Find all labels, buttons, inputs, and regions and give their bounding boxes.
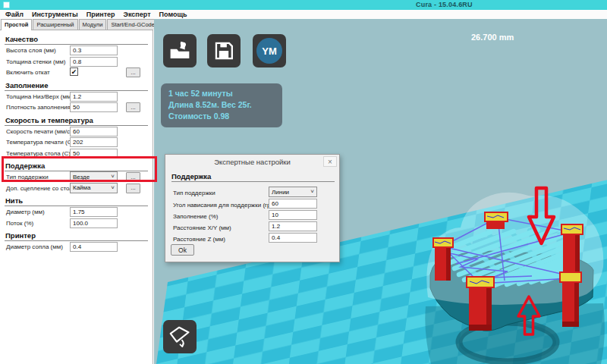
save-icon xyxy=(211,38,237,64)
print-cost: Стоимость 0.98 xyxy=(168,111,275,122)
setting-row: Плотность заполнения (%) ... xyxy=(0,102,153,113)
window-title: Cura - 15.04.6RU xyxy=(416,1,473,8)
adhesion-ellipsis-button[interactable]: ... xyxy=(126,184,140,193)
app-icon xyxy=(3,2,10,8)
setting-row: Угол нависания для поддержки (градусы) xyxy=(165,199,341,210)
setting-row: Включить откат ✔ ... xyxy=(0,67,153,78)
cura-window: Cura - 15.04.6RU Файл Инструменты Принте… xyxy=(0,0,607,364)
print-speed-label: Скорость печати (мм/с) xyxy=(6,127,72,134)
tab-plugins[interactable]: Модули xyxy=(79,19,107,30)
setting-row: Толщина Низ/Верх (мм) xyxy=(0,91,153,102)
layer-height-input[interactable] xyxy=(70,46,118,55)
expert-settings-dialog: Экспертные настройки × Поддержка Тип под… xyxy=(165,154,340,262)
chevron-down-icon: ˅ xyxy=(111,186,115,190)
layer-height-label: Высота слоя (мм) xyxy=(6,47,56,54)
dimension-label: 26.700 mm xyxy=(471,33,514,42)
section-speed-temp: Скорость и температура xyxy=(5,116,148,126)
load-model-button[interactable] xyxy=(163,34,197,67)
dlg-support-type-select[interactable]: Линии ˅ xyxy=(269,187,317,197)
print-temperature-input[interactable] xyxy=(70,137,118,147)
distance-xy-input[interactable] xyxy=(269,221,317,231)
setting-row: Диаметр сопла (мм) xyxy=(0,241,153,253)
setting-row: Скорость печати (мм/с) xyxy=(0,126,153,137)
combo-value: Кайма xyxy=(73,184,91,191)
retraction-ellipsis-button[interactable]: ... xyxy=(126,67,140,77)
setting-row: Тип поддержки Везде ˅ ... xyxy=(0,171,153,183)
chevron-down-icon: ˅ xyxy=(310,190,314,194)
setting-row: Доп. сцепление со столом Кайма ˅ ... xyxy=(0,183,153,194)
save-toolpath-button[interactable] xyxy=(207,34,241,67)
support-fill-input[interactable] xyxy=(269,210,317,220)
chevron-down-icon: ˅ xyxy=(111,174,115,179)
menu-item-help[interactable]: Помощь xyxy=(159,11,187,18)
distance-z-input[interactable] xyxy=(269,233,317,243)
tab-advanced[interactable]: Расширенный xyxy=(33,19,77,30)
setting-row: Температура стола (C) xyxy=(0,148,153,159)
print-stats: 1 час 52 минуты Длина 8.52м. Вес 25г. Ст… xyxy=(161,83,282,127)
dialog-close-button[interactable]: × xyxy=(323,156,337,167)
print-speed-input[interactable] xyxy=(70,127,118,136)
filament-diameter-label: Диаметр (мм) xyxy=(6,209,45,215)
tabstrip: Простой Расширенный Модули Start/End-GCo… xyxy=(0,19,153,30)
check-icon: ✔ xyxy=(71,68,77,76)
setting-row: Расстояние X/Y (мм) xyxy=(165,221,341,233)
bed-temperature-label: Температура стола (C) xyxy=(6,149,71,156)
bottom-top-thickness-label: Толщина Низ/Верх (мм) xyxy=(6,93,73,99)
filament-diameter-input[interactable] xyxy=(70,207,118,217)
support-fill-label: Заполнение (%) xyxy=(173,212,218,219)
fill-density-input[interactable] xyxy=(70,102,118,112)
section-machine: Принтер xyxy=(5,231,148,241)
section-filament: Нить xyxy=(5,196,148,206)
rotate-icon xyxy=(166,323,193,350)
support-ellipsis-button[interactable]: ... xyxy=(126,172,140,182)
titlebar: Cura - 15.04.6RU xyxy=(0,0,607,10)
setting-row: Тип поддержки Линии ˅ xyxy=(165,187,341,198)
panel-content: Качество Высота слоя (мм) Толщина стенки… xyxy=(0,32,153,253)
youmagine-button[interactable]: YM xyxy=(253,34,286,67)
distance-z-label: Расстояние Z (мм) xyxy=(173,235,225,242)
section-quality: Качество xyxy=(5,35,148,45)
menubar: Файл Инструменты Принтер Эксперт Помощь xyxy=(0,10,607,19)
youmagine-label: YM xyxy=(262,46,277,57)
combo-value: Линии xyxy=(272,189,289,196)
bed-temperature-input[interactable] xyxy=(70,149,118,158)
tab-simple[interactable]: Простой xyxy=(1,19,32,30)
retraction-label: Включить откат xyxy=(6,69,50,76)
setting-row: Высота слоя (мм) xyxy=(0,45,153,56)
dialog-section-support: Поддержка xyxy=(171,172,335,182)
wall-thickness-input[interactable] xyxy=(70,57,118,67)
print-temperature-label: Температура печати (C) xyxy=(6,139,74,146)
setting-row: Заполнение (%) xyxy=(165,210,341,221)
fill-density-ellipsis-button[interactable]: ... xyxy=(126,102,140,112)
combo-value: Везде xyxy=(73,174,90,180)
setting-row: Температура печати (C) xyxy=(0,136,153,148)
menu-item-printer[interactable]: Принтер xyxy=(86,11,115,18)
dlg-support-type-label: Тип поддержки xyxy=(173,189,215,196)
menu-item-tools[interactable]: Инструменты xyxy=(32,11,78,18)
ok-button[interactable]: Ok xyxy=(171,244,194,256)
distance-xy-label: Расстояние X/Y (мм) xyxy=(173,224,231,231)
flow-label: Поток (%) xyxy=(6,219,33,226)
nozzle-size-label: Диаметр сопла (мм) xyxy=(6,243,63,250)
menu-item-file[interactable]: Файл xyxy=(5,11,24,18)
menu-item-expert[interactable]: Эксперт xyxy=(124,11,151,18)
setting-row: Поток (%) xyxy=(0,218,153,229)
support-type-select[interactable]: Везде ˅ xyxy=(70,171,118,182)
dialog-title: Экспертные настройки xyxy=(165,158,339,166)
section-fill: Заполнение xyxy=(5,81,148,91)
flow-input[interactable] xyxy=(70,218,118,228)
section-support: Поддержка xyxy=(5,162,148,171)
overhang-angle-input[interactable] xyxy=(269,199,317,209)
bottom-top-thickness-input[interactable] xyxy=(70,92,118,102)
platform-adhesion-select[interactable]: Кайма ˅ xyxy=(70,183,118,193)
wall-thickness-label: Толщина стенки (мм) xyxy=(6,58,65,64)
load-model-icon xyxy=(167,38,193,64)
retraction-checkbox[interactable]: ✔ xyxy=(70,67,78,76)
print-time: 1 час 52 минуты xyxy=(168,88,275,99)
rotate-tool-button[interactable] xyxy=(163,320,197,353)
nozzle-size-input[interactable] xyxy=(70,242,118,252)
support-type-label: Тип поддержки xyxy=(6,174,49,180)
setting-row: Толщина стенки (мм) xyxy=(0,56,153,67)
tab-gcode[interactable]: Start/End-GCode xyxy=(107,19,159,30)
setting-row: Расстояние Z (мм) xyxy=(165,233,341,244)
